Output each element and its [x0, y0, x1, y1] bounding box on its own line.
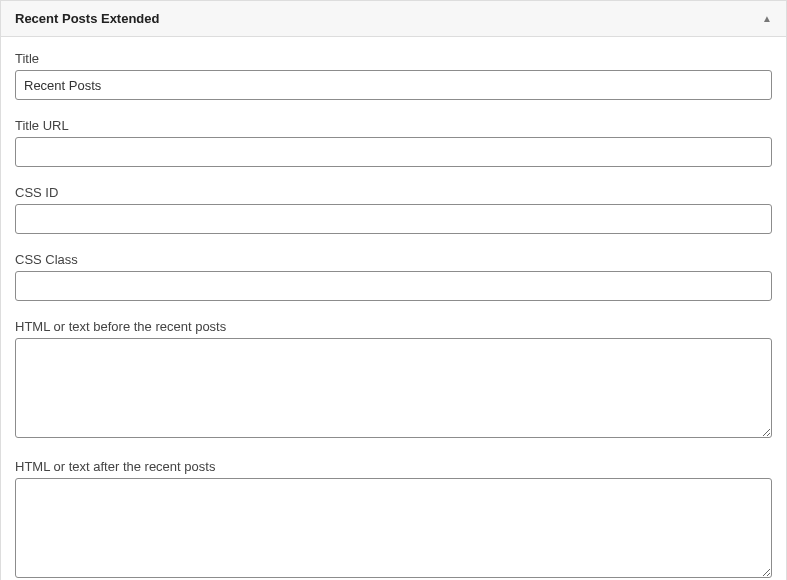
widget-header[interactable]: Recent Posts Extended ▲: [1, 0, 786, 37]
label-title: Title: [15, 51, 772, 66]
widget-title: Recent Posts Extended: [15, 11, 160, 26]
label-before: HTML or text before the recent posts: [15, 319, 772, 334]
field-title: Title: [15, 51, 772, 100]
label-css-class: CSS Class: [15, 252, 772, 267]
input-css-id[interactable]: [15, 204, 772, 234]
label-title-url: Title URL: [15, 118, 772, 133]
textarea-before[interactable]: [15, 338, 772, 438]
widget-body: Title Title URL CSS ID CSS Class HTML or…: [1, 37, 786, 580]
field-css-id: CSS ID: [15, 185, 772, 234]
textarea-after[interactable]: [15, 478, 772, 578]
collapse-icon: ▲: [762, 14, 772, 24]
input-title[interactable]: [15, 70, 772, 100]
field-after: HTML or text after the recent posts: [15, 459, 772, 580]
field-title-url: Title URL: [15, 118, 772, 167]
label-css-id: CSS ID: [15, 185, 772, 200]
label-after: HTML or text after the recent posts: [15, 459, 772, 474]
field-before: HTML or text before the recent posts: [15, 319, 772, 441]
widget-container: Recent Posts Extended ▲ Title Title URL …: [0, 0, 787, 580]
input-title-url[interactable]: [15, 137, 772, 167]
input-css-class[interactable]: [15, 271, 772, 301]
field-css-class: CSS Class: [15, 252, 772, 301]
